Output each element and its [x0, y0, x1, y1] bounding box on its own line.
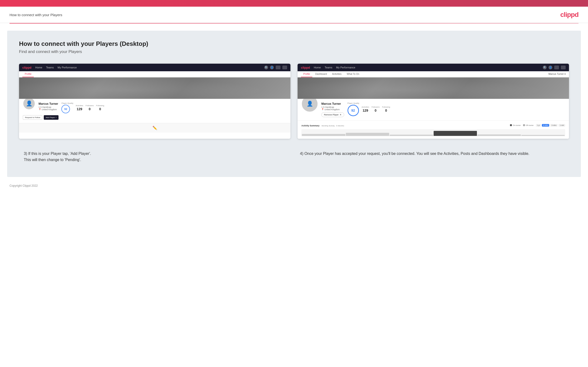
- action-buttons-left: Request to Follow Add Player +: [23, 115, 287, 120]
- quality-circle-right: 92: [347, 105, 359, 116]
- profile-banner-right: [298, 77, 569, 99]
- nav-performance-left[interactable]: My Performance: [58, 66, 77, 69]
- filter-1mth[interactable]: 1 mth: [559, 124, 565, 127]
- filter-6mths[interactable]: 6 mths: [542, 124, 549, 127]
- lang-icon-left[interactable]: [282, 66, 287, 69]
- player-location-right: 📍 United Kingdom: [321, 108, 344, 111]
- player-handicap-right: 1-5 Handicap: [321, 106, 344, 108]
- chart-bar-4: [434, 131, 477, 136]
- activity-chart: [301, 129, 565, 136]
- activities-value-left: 129: [76, 107, 83, 111]
- remove-x-icon: ✕: [340, 114, 342, 116]
- page-subheading: Find and connect with your Players: [19, 50, 569, 54]
- description-right: 4) Once your Player has accepted your re…: [298, 146, 567, 165]
- user-icon-right[interactable]: 👤: [548, 66, 552, 69]
- screenshot-footer-left: ✏️: [19, 123, 290, 133]
- tab-whattoworkon-right[interactable]: What To On: [345, 71, 362, 77]
- followers-label-right: Followers: [372, 106, 380, 108]
- activities-block-right: Activities 129: [362, 106, 369, 112]
- activity-subtitle: Monthly Activity · 6 Months: [320, 125, 344, 127]
- avatar-icon-right: 👤: [307, 101, 313, 107]
- main-content: How to connect with your Players (Deskto…: [7, 31, 581, 177]
- description-text-left: 3) If this is your Player tap, 'Add Play…: [24, 150, 288, 163]
- tab-profile-right[interactable]: Profile: [301, 71, 312, 77]
- legend-oncourse: [510, 124, 512, 126]
- banner-image-right: [298, 77, 569, 99]
- app-nav-right: clippd Home Teams My Performance 🔍 👤: [298, 64, 569, 71]
- settings-icon-left[interactable]: [276, 66, 280, 69]
- chart-bar-3: [390, 135, 433, 136]
- brand-logo: clippd: [560, 11, 579, 18]
- chart-bar-1: [302, 134, 345, 136]
- player-dropdown[interactable]: Marcus Turner ▾: [548, 71, 566, 77]
- profile-section-left: 👤 Marcus Turner 1-5 Handicap 📍 United Ki…: [19, 99, 290, 123]
- screenshot-left: clippd Home Teams My Performance 🔍 👤 Pro…: [19, 64, 290, 139]
- tab-dashboard-right[interactable]: Dashboard: [313, 71, 329, 77]
- activities-block-left: Activities 129: [76, 105, 83, 111]
- activity-header: Activity Summary Monthly Activity · 6 Mo…: [301, 123, 565, 127]
- followers-label-left: Followers: [86, 105, 94, 107]
- tabs-left: Profile: [19, 71, 290, 77]
- followers-value-right: 0: [372, 108, 380, 112]
- request-follow-button[interactable]: Request to Follow: [23, 115, 42, 120]
- profile-info-row-right: 👤 Marcus Turner 1-5 Handicap 📍 United Ki…: [301, 102, 565, 117]
- avatar-icon-left: 👤: [26, 100, 32, 107]
- add-player-button[interactable]: Add Player +: [44, 115, 59, 120]
- tab-activities-right[interactable]: Activities: [330, 71, 344, 77]
- chart-bar-2: [346, 133, 389, 136]
- following-value-left: 0: [96, 107, 104, 111]
- legend-oncourse-label: On course: [513, 125, 520, 126]
- settings-icon-right[interactable]: [554, 66, 559, 69]
- tabs-right: Profile Dashboard Activities What To On …: [298, 71, 569, 77]
- page-heading: How to connect with your Players (Deskto…: [19, 40, 569, 48]
- profile-section-right: 👤 Marcus Turner 1-5 Handicap 📍 United Ki…: [298, 99, 569, 120]
- pen-icon: ✏️: [153, 126, 157, 130]
- following-label-left: Following: [96, 105, 104, 107]
- player-info-right: Marcus Turner 1-5 Handicap 📍 United King…: [321, 102, 344, 117]
- app-nav-left: clippd Home Teams My Performance 🔍 👤: [19, 64, 290, 71]
- activity-title-group: Activity Summary Monthly Activity · 6 Mo…: [301, 123, 344, 127]
- activity-summary: Activity Summary Monthly Activity · 6 Mo…: [298, 120, 569, 139]
- location-pin-icon: 📍: [39, 108, 41, 111]
- description-left: 3) If this is your Player tap, 'Add Play…: [21, 146, 290, 165]
- header: How to connect with your Players clippd: [0, 7, 588, 23]
- nav-icons-left: 🔍 👤: [264, 66, 287, 69]
- screenshot-right: clippd Home Teams My Performance 🔍 👤 Pro…: [298, 64, 569, 139]
- user-icon-left[interactable]: 👤: [270, 66, 274, 69]
- screenshots-row: clippd Home Teams My Performance 🔍 👤 Pro…: [19, 64, 569, 139]
- activities-label-right: Activities: [362, 106, 369, 108]
- nav-icons-right: 🔍 👤: [543, 66, 566, 69]
- quality-label-left: Player Quality: [61, 102, 73, 104]
- banner-image-left: [19, 77, 290, 99]
- following-block-right: Following 0: [382, 106, 390, 112]
- stats-container-right: Player Quality 92 Activities 129 Followe…: [347, 102, 565, 116]
- copyright-text: Copyright Clippd 2022: [9, 184, 38, 187]
- search-icon-right[interactable]: 🔍: [543, 66, 547, 69]
- nav-teams-right[interactable]: Teams: [325, 66, 332, 69]
- nav-home-right[interactable]: Home: [314, 66, 321, 69]
- header-title: How to connect with your Players: [9, 13, 62, 17]
- activities-label-left: Activities: [76, 105, 83, 107]
- nav-logo-right: clippd: [301, 66, 310, 69]
- quality-block-right: Player Quality 92: [347, 102, 359, 116]
- player-name-right: Marcus Turner: [321, 102, 344, 106]
- quality-circle-left: 92: [61, 105, 70, 113]
- tab-profile-left[interactable]: Profile: [22, 71, 34, 77]
- following-label-right: Following: [382, 106, 390, 108]
- lang-icon-right[interactable]: [561, 66, 566, 69]
- description-text-right: 4) Once your Player has accepted your re…: [300, 150, 564, 157]
- quality-label-right: Player Quality: [347, 102, 359, 104]
- filter-3mths[interactable]: 3 mths: [550, 124, 558, 127]
- profile-banner-left: [19, 77, 290, 99]
- location-pin-icon-right: 📍: [321, 108, 324, 111]
- nav-home-left[interactable]: Home: [35, 66, 42, 69]
- nav-performance-right[interactable]: My Performance: [336, 66, 355, 69]
- player-handicap-left: 1-5 Handicap: [39, 106, 58, 108]
- filter-1yr[interactable]: 1 yr: [536, 124, 541, 127]
- nav-teams-left[interactable]: Teams: [46, 66, 54, 69]
- legend-offcourse-label: Off course: [526, 125, 534, 126]
- player-info-left: Marcus Turner 1-5 Handicap 📍 United King…: [39, 102, 58, 111]
- player-location-left: 📍 United Kingdom: [39, 108, 58, 111]
- search-icon-left[interactable]: 🔍: [264, 66, 268, 69]
- remove-player-button[interactable]: Remove Player ✕: [321, 112, 344, 117]
